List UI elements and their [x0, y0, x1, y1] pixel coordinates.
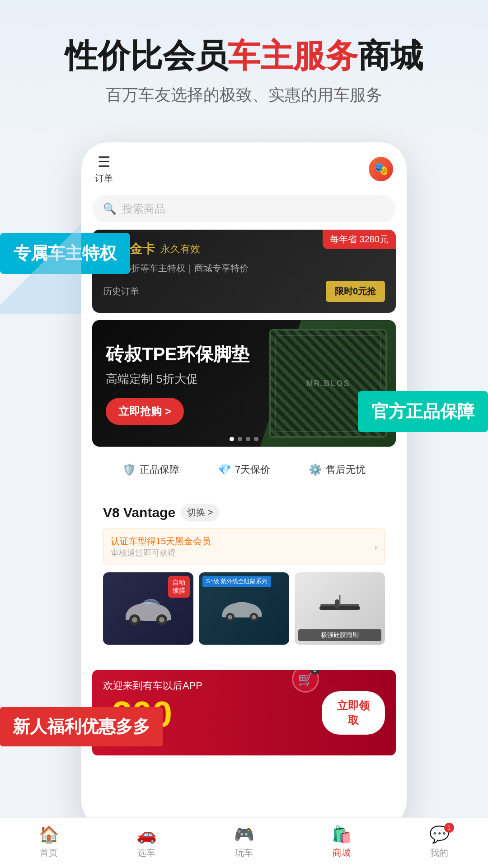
verify-info: 认证车型得15天黑金会员 审核通过即可获得	[111, 535, 211, 558]
main-title: 性价比会员车主服务商城	[27, 36, 461, 75]
page-subtitle: 百万车友选择的极致、实惠的用车服务	[27, 84, 461, 106]
black-card-banner[interactable]: 每年省 3280元 V 黑金卡 永久有效 加油85折等车主特权｜商城专享特价 历…	[92, 230, 396, 313]
product-card-car-film[interactable]: 自动镀膜	[103, 572, 193, 645]
product-banner-content: 砖叔TPE环保脚垫 高端定制 5折大促 立即抢购 >	[92, 320, 396, 447]
product-image-wiper: 极强硅胶雨刷	[295, 572, 385, 645]
trust-text-service: 售后无忧	[326, 463, 366, 476]
title-part1: 性价比会员	[65, 38, 228, 74]
car-section: V8 Vantage 切换 > 认证车型得15天黑金会员 审核通过即可获得 › …	[92, 493, 396, 656]
order-nav[interactable]: ☰ 订单	[95, 153, 113, 184]
badge-authentic: 官方正品保障	[358, 391, 488, 432]
shield-icon: 🛡️	[122, 463, 136, 476]
verify-banner[interactable]: 认证车型得15天黑金会员 审核通过即可获得 ›	[103, 528, 385, 565]
wiper-visual	[310, 586, 369, 631]
product-image-car-film: 自动镀膜	[103, 572, 193, 645]
product-card-wiper[interactable]: 极强硅胶雨刷	[295, 572, 385, 645]
product-subtitle: 高端定制 5折大促	[106, 371, 382, 387]
nav-play-label: 玩车	[235, 847, 253, 859]
svg-point-3	[159, 617, 164, 623]
dot-1	[230, 437, 234, 441]
welcome-text: 欢迎来到有车以后APP	[103, 679, 202, 693]
deco-right: 官方正品保障	[358, 391, 488, 432]
trust-text-price: 7天保价	[235, 463, 270, 476]
nav-profile-label: 我的	[430, 847, 448, 859]
nav-home-label: 首页	[40, 847, 58, 859]
trust-badges: 🛡️ 正品保障 💎 7天保价 ⚙️ 售后无忧	[92, 454, 396, 486]
dot-indicators	[230, 437, 258, 441]
phone-wrapper: 专属车主特权 官方正品保障 ☰ 订单 🎭 🔍 搜索商品 每年省 3280元 V	[0, 142, 488, 828]
switch-car-button[interactable]: 切换 >	[181, 504, 219, 521]
product-grid: 自动镀膜 S⁺级 紫	[103, 572, 385, 645]
history-orders-link[interactable]: 历史订单	[103, 285, 139, 297]
wiper-label: 极强硅胶雨刷	[298, 629, 381, 641]
trust-item-authentic: 🛡️ 正品保障	[122, 463, 179, 476]
svg-rect-8	[319, 606, 360, 610]
nav-select-car[interactable]: 🚗 选车	[98, 825, 195, 859]
verify-text: 认证车型得15天黑金会员	[111, 535, 211, 547]
nav-home[interactable]: 🏠 首页	[0, 825, 98, 859]
svg-point-5	[228, 615, 233, 620]
service-icon: ⚙️	[309, 463, 322, 476]
home-icon: 🏠	[39, 825, 59, 844]
title-part2: 车主服务	[228, 38, 358, 74]
free-claim-button[interactable]: 限时0元抢	[326, 281, 385, 302]
product-banner[interactable]: MR.BLOS 砖叔TPE环保脚垫 高端定制 5折大促 立即抢购 >	[92, 320, 396, 447]
order-icon: ☰	[98, 153, 111, 170]
bottom-nav: 🏠 首页 🚗 选车 🎮 玩车 🛍️ 商城 💬 1 我的	[0, 817, 488, 868]
diamond-icon: 💎	[218, 463, 231, 476]
buy-button[interactable]: 立即抢购 >	[106, 398, 184, 425]
card-valid: 永久有效	[160, 242, 200, 256]
deco-bottom-left: 新人福利优惠多多	[0, 707, 163, 746]
nav-profile[interactable]: 💬 1 我的	[390, 825, 488, 859]
top-section: 性价比会员车主服务商城 百万车友选择的极致、实惠的用车服务	[0, 0, 488, 142]
svg-point-7	[252, 615, 256, 620]
sun-film-badge: S⁺级 紫外线全阻隔系列	[202, 576, 271, 587]
product-title: 砖叔TPE环保脚垫	[106, 342, 382, 367]
cart-icon: 🛒	[298, 672, 314, 687]
profile-nav-badge: 💬 1	[429, 825, 450, 844]
svg-point-1	[132, 617, 137, 623]
car-header: V8 Vantage 切换 >	[103, 504, 385, 521]
profile-badge-count: 1	[444, 823, 454, 833]
trust-item-service: ⚙️ 售后无忧	[309, 463, 366, 476]
search-icon: 🔍	[103, 203, 117, 215]
verify-sub: 审核通过即可获得	[111, 547, 211, 558]
savings-badge: 每年省 3280元	[323, 230, 396, 249]
app-header: ☰ 订单 🎭	[81, 142, 407, 195]
dot-3	[246, 437, 250, 441]
cart-float-button[interactable]: 🛒 0	[292, 670, 319, 693]
trust-item-price: 💎 7天保价	[218, 463, 270, 476]
badge-newuser: 新人福利优惠多多	[0, 707, 163, 746]
avatar[interactable]: 🎭	[369, 157, 393, 181]
dot-2	[238, 437, 242, 441]
title-part3: 商城	[358, 38, 423, 74]
nav-play[interactable]: 🎮 玩车	[195, 825, 293, 859]
svg-rect-10	[335, 599, 339, 609]
card-desc: 加油85折等车主特权｜商城专享特价	[103, 262, 385, 274]
nav-select-car-label: 选车	[137, 847, 155, 859]
search-input-placeholder: 搜索商品	[122, 202, 165, 216]
trust-text-authentic: 正品保障	[140, 463, 179, 476]
car-silhouette-2	[215, 593, 273, 624]
search-bar[interactable]: 🔍 搜索商品	[92, 195, 396, 222]
nav-shop-label: 商城	[333, 847, 351, 859]
deco-left: 专属车主特权	[0, 233, 130, 274]
chevron-right-icon: ›	[374, 542, 377, 552]
product-image-sun-film: S⁺级 紫外线全阻隔系列	[199, 572, 289, 645]
order-label: 订单	[95, 172, 113, 184]
product-card-sun-film[interactable]: S⁺级 紫外线全阻隔系列	[199, 572, 289, 645]
claim-button[interactable]: 立即领取	[322, 691, 385, 735]
shop-icon: 🛍️	[332, 825, 352, 844]
car-icon: 🚗	[136, 825, 157, 844]
product-badge-auto-coat: 自动镀膜	[168, 576, 190, 598]
nav-shop[interactable]: 🛍️ 商城	[293, 825, 390, 859]
dot-4	[254, 437, 258, 441]
car-model: V8 Vantage	[103, 505, 175, 520]
card-footer: 历史订单 限时0元抢	[103, 281, 385, 302]
play-icon: 🎮	[234, 825, 254, 844]
